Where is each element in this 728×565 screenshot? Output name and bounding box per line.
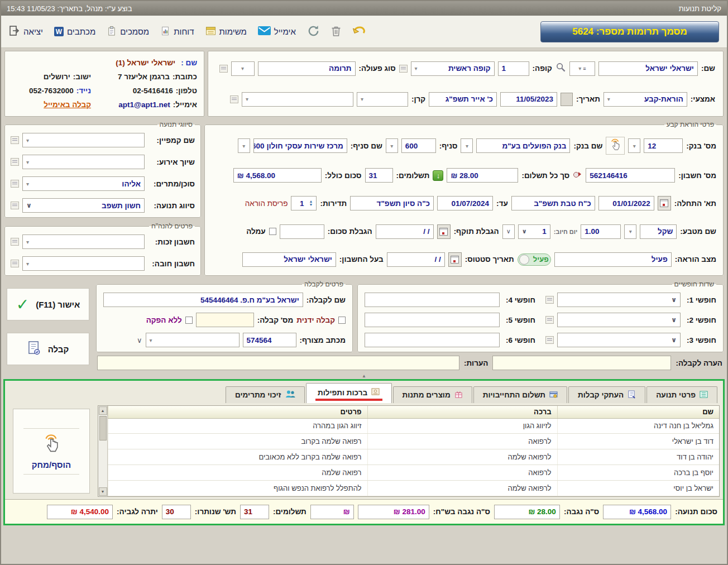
fund-list-icon[interactable] <box>230 95 238 103</box>
email-button[interactable]: אימייל <box>258 26 296 37</box>
notes-field[interactable] <box>97 356 459 370</box>
event-combo[interactable]: ▾ <box>22 155 145 169</box>
per-payment-field[interactable]: 28.00 ₪ <box>447 168 518 183</box>
until-date-field[interactable]: 01/07/2024 <box>437 196 493 210</box>
free1-list-icon[interactable] <box>545 296 554 304</box>
frequency-stepper[interactable]: ▲▼ 1 <box>291 196 317 210</box>
debit-account-list-icon[interactable] <box>11 260 19 267</box>
scroll-down-button[interactable]: ▼ <box>99 487 107 496</box>
action-type-field[interactable]: תרומה <box>258 61 356 76</box>
confirm-button[interactable]: אישור (F11) ✓ <box>7 288 89 320</box>
collapse-handle[interactable]: ▲ <box>1 372 727 379</box>
receipt-number-field[interactable] <box>196 313 254 327</box>
credit-account-combo[interactable]: ▾ <box>22 234 145 249</box>
account-number-field[interactable]: 562146416 <box>586 168 675 183</box>
table-row[interactable]: ישראל בן יוסי לרפואה שלמה להתפלל לרפואת … <box>108 481 720 496</box>
free1-combo[interactable]: ∨ <box>557 293 681 307</box>
bank-name-field[interactable]: בנק הפועלים בע"מ <box>476 138 570 153</box>
spread-order-link[interactable]: פריסת הוראה <box>245 199 288 208</box>
cashbox-list-icon[interactable] <box>399 65 408 73</box>
fund-code-combo[interactable]: ▾ <box>357 92 408 107</box>
start-date-calendar-button[interactable] <box>658 196 671 210</box>
branch-name-field[interactable]: מרכז שירות עסקי חולון 600 <box>253 138 347 153</box>
receipt-button[interactable]: קבלה <box>7 333 89 365</box>
search-icon[interactable] <box>555 62 566 75</box>
tab-donor-credit[interactable]: זיכוי מתרימים <box>226 386 305 403</box>
branch-number-field[interactable]: 600 <box>401 138 436 153</box>
tab-commitment-payments[interactable]: תשלום התחייבויות <box>473 386 567 403</box>
order-status-field[interactable]: פעיל <box>554 252 672 267</box>
fee-checkbox[interactable] <box>269 228 276 235</box>
table-scrollbar[interactable]: ▲ ▼ <box>98 406 108 496</box>
currency-dropdown[interactable]: ▾ <box>624 224 636 239</box>
table-row[interactable]: גמליאל בן חנה דינה לזיווג הגון זיווג הגו… <box>108 418 720 434</box>
currency-field[interactable]: שקל <box>640 224 677 239</box>
total-amount-field[interactable]: 4,568.00 ₪ <box>233 168 322 183</box>
tab-blessings-prayers[interactable]: ברכות ותפילות <box>306 383 392 403</box>
amount-limit-field[interactable] <box>280 224 324 239</box>
attached-letter-field[interactable]: 574564 <box>243 333 296 347</box>
tasks-button[interactable]: משימות <box>205 26 247 37</box>
stepper-arrows-icon[interactable]: ▲▼ <box>306 200 313 207</box>
free2-list-icon[interactable] <box>545 316 554 324</box>
date-field[interactable]: 11/05/2023 <box>500 92 557 107</box>
documents-button[interactable]: מסמכים <box>107 26 149 38</box>
txn-class-combo[interactable]: חשון תשפב ∨ <box>22 198 145 213</box>
branch-name-dropdown[interactable]: ▾ <box>238 138 250 153</box>
tab-receipt-copies[interactable]: העתקי קבלות <box>568 386 645 403</box>
date-picker-button[interactable] <box>561 93 573 106</box>
agent-list-icon[interactable] <box>11 180 19 188</box>
receipt-by-email-link[interactable]: קבלה באימייל <box>44 100 91 109</box>
no-issue-checkbox[interactable] <box>185 317 193 324</box>
free2-combo[interactable]: ∨ <box>557 313 681 327</box>
tab-gift-products[interactable]: מוצרים מתנות <box>393 386 472 403</box>
manual-receipt-checkbox[interactable] <box>338 317 346 324</box>
charge-day-select[interactable]: 1 ∨ <box>518 224 550 239</box>
status-date-field[interactable]: / / <box>387 252 445 267</box>
account-export-icon[interactable] <box>573 170 582 181</box>
txn-class-list-icon[interactable] <box>11 202 19 209</box>
action-type-dropdown[interactable]: ▾ <box>231 61 255 76</box>
letter-chevron-icon[interactable]: ∨ <box>137 336 142 344</box>
bank-number-dropdown[interactable]: ▾ <box>628 138 640 153</box>
validity-date-field[interactable]: / / <box>376 224 434 239</box>
donor-name-combo-button[interactable]: ≡ ▾ <box>569 61 595 76</box>
receipt-note-field[interactable] <box>492 356 671 370</box>
payments-field[interactable]: 31 <box>365 168 393 183</box>
bank-pick-hand-icon[interactable] <box>606 137 625 155</box>
charge-day-extra-dropdown[interactable]: ∨ <box>502 224 515 239</box>
validity-calendar-button[interactable] <box>437 224 451 239</box>
free6-field[interactable] <box>365 333 500 347</box>
receipt-name-field[interactable]: ישראל בע"מ ח.פ. 545446464 <box>103 293 303 307</box>
scroll-up-button[interactable]: ▲ <box>99 406 107 415</box>
campaign-list-icon[interactable] <box>11 136 19 144</box>
event-list-icon[interactable] <box>11 158 19 166</box>
undo-button[interactable] <box>352 25 365 38</box>
campaign-combo[interactable]: ▾ <box>22 133 145 147</box>
table-row[interactable]: יהודה בן דוד לרפואה שלמה רפואה שלמה בקרו… <box>108 449 720 465</box>
bank-name-dropdown[interactable]: ▾ <box>461 138 473 153</box>
table-row[interactable]: יוסף בן ברכה לרפואה רפואה שלמה <box>108 465 720 481</box>
branch-number-dropdown[interactable]: ▾ <box>386 138 398 153</box>
refresh-button[interactable] <box>307 25 320 39</box>
free4-field[interactable] <box>365 293 500 307</box>
recalc-download-icon[interactable]: ↓ <box>433 170 443 181</box>
free3-combo[interactable]: ∨ <box>557 333 681 347</box>
scroll-thumb[interactable] <box>99 416 107 440</box>
free5-field[interactable] <box>365 313 500 327</box>
bank-number-field[interactable]: 12 <box>644 138 683 153</box>
fund-name-combo[interactable]: ▾ <box>242 92 353 107</box>
free3-list-icon[interactable] <box>545 336 554 344</box>
agent-combo[interactable]: אליהו ▾ <box>22 176 145 191</box>
table-row[interactable]: דוד בן ישראלי לרפואה רפואה שלמה בקרוב <box>108 434 720 449</box>
add-delete-button[interactable]: הוסף/מחק <box>13 409 90 494</box>
attached-letter-combo[interactable]: ▾ <box>146 333 240 347</box>
rate-field[interactable]: 1.00 <box>581 224 621 239</box>
cashbox-name-combo[interactable]: קופה ראשית ▾ <box>411 61 495 76</box>
col-header-blessing[interactable]: ברכה <box>367 406 557 418</box>
cashbox-number-field[interactable]: 1 <box>498 61 529 76</box>
payment-method-combo[interactable]: הוראת-קבע ▾ <box>604 92 687 107</box>
status-date-calendar-button[interactable] <box>448 252 462 267</box>
reports-button[interactable]: דוחות <box>160 26 194 38</box>
credit-account-list-icon[interactable] <box>11 238 19 246</box>
